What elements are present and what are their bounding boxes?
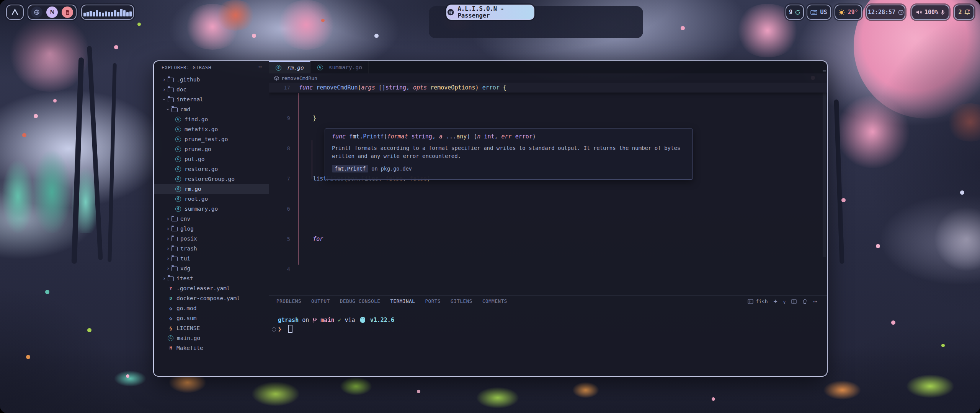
- tree-item[interactable]: go.mod: [154, 303, 269, 313]
- chevron-icon: [162, 86, 167, 93]
- spotify-icon: [447, 8, 454, 16]
- tree-item[interactable]: .goreleaser.yaml: [154, 283, 269, 293]
- file-type-icon: [172, 227, 178, 231]
- editor-area[interactable]: rm.go summary.go removeCmdRun 17 func re…: [269, 61, 827, 295]
- volume-widget[interactable]: 100%: [911, 5, 949, 20]
- tree-item[interactable]: glog: [154, 224, 269, 234]
- code-line[interactable]: 6: [269, 204, 827, 213]
- tree-item[interactable]: main.go: [154, 333, 269, 343]
- tree-item[interactable]: tui: [154, 254, 269, 263]
- keyboard-layout-widget[interactable]: US: [807, 5, 831, 20]
- indent-guide: [312, 140, 312, 179]
- browser-icon[interactable]: [31, 7, 42, 18]
- panel-tab[interactable]: TERMINAL: [390, 296, 415, 307]
- tree-item[interactable]: find.go: [154, 114, 269, 124]
- split-terminal-icon[interactable]: [791, 299, 797, 304]
- panel-tab[interactable]: PROBLEMS: [276, 296, 301, 307]
- tree-item[interactable]: trash: [154, 244, 269, 254]
- tree-item-label: go.sum: [176, 315, 196, 321]
- tree-item[interactable]: xdg: [154, 263, 269, 273]
- tree-item[interactable]: root.go: [154, 194, 269, 204]
- tree-item-label: prune_test.go: [185, 136, 228, 142]
- panel-tab[interactable]: COMMENTS: [482, 296, 507, 307]
- tree-item[interactable]: internal: [154, 94, 269, 104]
- command-decoration-icon: [272, 327, 276, 332]
- weather-widget[interactable]: 29°: [835, 5, 862, 20]
- file-type-icon: [175, 156, 181, 162]
- tree-item[interactable]: metafix.go: [154, 124, 269, 134]
- file-type-icon: [175, 196, 181, 202]
- top-bar: A.L.I.S.O.N - Passenger 9 US 29° 12:28:5: [0, 0, 980, 24]
- file-type-icon: [168, 315, 174, 321]
- code-line[interactable]: 5 for: [269, 234, 827, 244]
- tooltip-link[interactable]: on pkg.go.dev: [371, 166, 412, 172]
- panel-more-actions-icon[interactable]: [813, 298, 817, 305]
- editor-tab[interactable]: rm.go: [269, 61, 310, 73]
- panel-tab[interactable]: DEBUG CONSOLE: [340, 296, 381, 307]
- tree-item[interactable]: restore.go: [154, 164, 269, 174]
- tree-item[interactable]: Makefile: [154, 343, 269, 353]
- panel-tab[interactable]: PORTS: [425, 296, 441, 307]
- tree-item[interactable]: go.sum: [154, 313, 269, 323]
- tree-item[interactable]: docker-compose.yaml: [154, 293, 269, 303]
- tree-item[interactable]: prune.go: [154, 144, 269, 154]
- tree-item[interactable]: summary.go: [154, 204, 269, 214]
- tree-item[interactable]: put.go: [154, 154, 269, 164]
- panel-tab[interactable]: GITLENS: [451, 296, 472, 307]
- chevron-icon: [165, 216, 171, 222]
- tree-item[interactable]: rm.go: [154, 184, 269, 194]
- volume-level: 100%: [924, 9, 938, 16]
- editor-tab[interactable]: summary.go: [310, 61, 369, 73]
- document-app-icon[interactable]: [62, 7, 73, 18]
- file-type-icon: [168, 78, 174, 82]
- keyboard-icon: [810, 10, 817, 15]
- sticky-scroll-line[interactable]: 17 func removeCmdRun(args []string, opts…: [269, 83, 827, 93]
- tree-item[interactable]: restoreGroup.go: [154, 174, 269, 184]
- tree-item[interactable]: cmd: [154, 104, 269, 114]
- sticky-line-code: func removeCmdRun(args []string, opts re…: [290, 84, 506, 91]
- line-number: 7: [269, 176, 290, 182]
- tree-item-label: LICENSE: [176, 325, 200, 331]
- file-type-icon: [168, 335, 173, 341]
- symbol-cube-icon: [274, 76, 279, 81]
- media-player-widget[interactable]: A.L.I.S.O.N - Passenger: [446, 5, 534, 20]
- launcher-button[interactable]: [6, 5, 24, 20]
- tree-item[interactable]: doc: [154, 85, 269, 94]
- file-type-icon: [175, 166, 181, 172]
- tree-item[interactable]: .github: [154, 75, 269, 85]
- chevron-icon: [165, 236, 171, 242]
- panel-tab-label: TERMINAL: [390, 298, 415, 304]
- tree-item[interactable]: LICENSE: [154, 323, 269, 333]
- tooltip-signature: func fmt.Printf(format string, a ...any)…: [332, 133, 686, 140]
- chevron-icon: [165, 265, 171, 272]
- file-type-icon: [172, 217, 178, 221]
- breadcrumb[interactable]: removeCmdRun: [269, 73, 827, 83]
- kill-terminal-icon[interactable]: [802, 299, 807, 304]
- shell-selector[interactable]: fish: [748, 299, 768, 304]
- new-terminal-button[interactable]: [773, 298, 777, 305]
- notes-app-icon[interactable]: [46, 7, 58, 18]
- code-line[interactable]: 9 }: [269, 113, 827, 123]
- tree-item[interactable]: posix: [154, 234, 269, 244]
- tree-item[interactable]: prune_test.go: [154, 134, 269, 144]
- file-type-icon: [172, 107, 178, 112]
- terminal-dropdown-icon[interactable]: [783, 298, 786, 305]
- file-type-icon: [168, 285, 174, 291]
- explorer-actions-icon[interactable]: [258, 63, 262, 70]
- tree-item-label: xdg: [180, 265, 190, 272]
- notifications-widget[interactable]: 2: [954, 5, 974, 20]
- tree-item[interactable]: itest: [154, 273, 269, 283]
- file-type-icon: [172, 257, 178, 261]
- panel-tab[interactable]: OUTPUT: [311, 296, 330, 307]
- clock-icon: [898, 10, 904, 15]
- tree-item[interactable]: env: [154, 214, 269, 224]
- code-line[interactable]: 4: [269, 264, 827, 274]
- updates-widget[interactable]: 9: [786, 5, 804, 20]
- terminal-input-line[interactable]: ❯: [269, 325, 827, 334]
- hover-tooltip: func fmt.Printf(format string, a ...any)…: [325, 128, 693, 180]
- terminal[interactable]: gtrash on main ✓ via v1.22.6 ❯: [269, 315, 827, 334]
- editor-scrollbar[interactable]: [823, 93, 826, 257]
- terminal-icon: [748, 299, 753, 304]
- tree-item-label: metafix.go: [185, 126, 218, 132]
- clock-widget[interactable]: 12:28:57: [866, 5, 905, 20]
